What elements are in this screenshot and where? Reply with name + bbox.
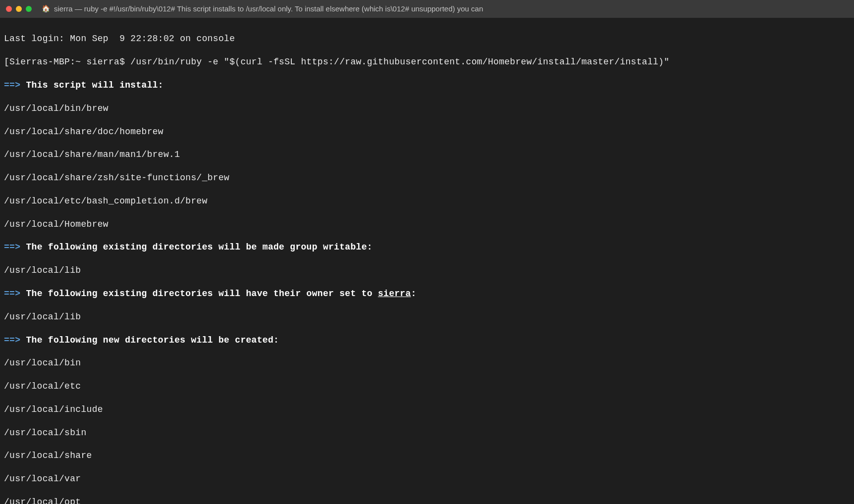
output-path: /usr/local/etc — [4, 381, 850, 392]
last-login-line: Last login: Mon Sep 9 22:28:02 on consol… — [4, 33, 850, 45]
output-path: /usr/local/include — [4, 404, 850, 415]
shell-prompt: [Sierras-MBP:~ sierra$ — [4, 57, 130, 67]
command-line: [Sierras-MBP:~ sierra$ /usr/bin/ruby -e … — [4, 56, 850, 68]
close-window-button[interactable] — [6, 6, 12, 12]
heading-text-pre: The following existing directories will … — [26, 289, 378, 299]
section-heading: ==> The following existing directories w… — [4, 242, 850, 253]
window-title: sierra — ruby -e #!/usr/bin/ruby\012# Th… — [54, 4, 483, 14]
output-path: /usr/local/bin/brew — [4, 103, 850, 114]
arrow-icon: ==> — [4, 335, 20, 345]
output-path: /usr/local/etc/bash_completion.d/brew — [4, 196, 850, 207]
terminal-output[interactable]: Last login: Mon Sep 9 22:28:02 on consol… — [0, 18, 854, 504]
arrow-icon: ==> — [4, 80, 20, 90]
maximize-window-button[interactable] — [26, 6, 32, 12]
traffic-lights — [6, 6, 32, 12]
section-heading: ==> The following existing directories w… — [4, 288, 850, 300]
entered-command: /usr/bin/ruby -e "$(curl -fsSL https://r… — [130, 57, 669, 67]
output-path: /usr/local/share/doc/homebrew — [4, 126, 850, 138]
output-path: /usr/local/Homebrew — [4, 219, 850, 230]
output-path: /usr/local/share — [4, 450, 850, 461]
output-path: /usr/local/bin — [4, 357, 850, 369]
heading-text: The following new directories will be cr… — [26, 335, 279, 345]
heading-user: sierra — [378, 289, 411, 299]
output-path: /usr/local/share/man/man1/brew.1 — [4, 149, 850, 160]
output-path: /usr/local/sbin — [4, 427, 850, 439]
output-path: /usr/local/lib — [4, 265, 850, 276]
heading-text-post: : — [411, 289, 417, 299]
section-heading: ==> The following new directories will b… — [4, 335, 850, 346]
heading-text: This script will install: — [26, 80, 163, 90]
arrow-icon: ==> — [4, 242, 20, 252]
heading-text: The following existing directories will … — [26, 242, 372, 252]
output-path: /usr/local/lib — [4, 311, 850, 323]
window-titlebar: 🏠 sierra — ruby -e #!/usr/bin/ruby\012# … — [0, 0, 854, 18]
output-path: /usr/local/opt — [4, 497, 850, 504]
minimize-window-button[interactable] — [16, 6, 22, 12]
home-icon: 🏠 — [42, 4, 50, 13]
output-path: /usr/local/var — [4, 473, 850, 485]
section-heading: ==> This script will install: — [4, 80, 850, 91]
arrow-icon: ==> — [4, 289, 20, 299]
output-path: /usr/local/share/zsh/site-functions/_bre… — [4, 172, 850, 184]
